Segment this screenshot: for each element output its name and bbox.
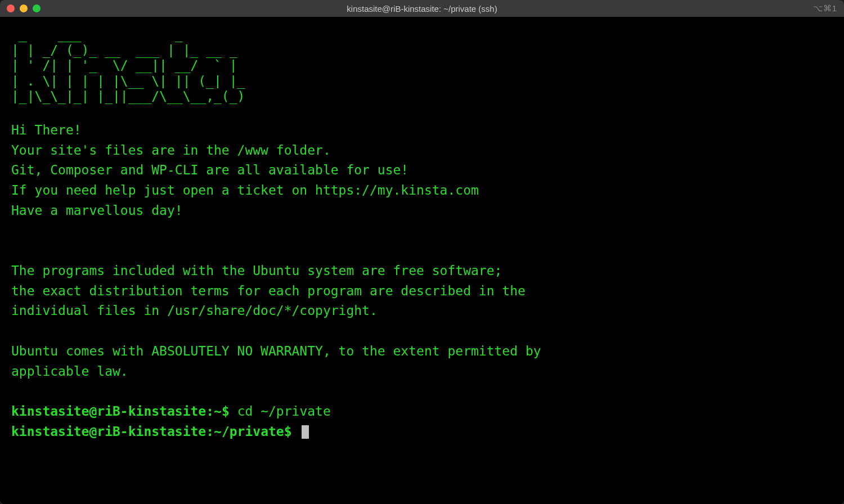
motd-line: Your site's files are in the /www folder… bbox=[11, 141, 833, 161]
prompt-path: ~/private bbox=[214, 424, 284, 439]
motd-line: Git, Composer and WP-CLI are all availab… bbox=[11, 160, 833, 181]
prompt-sigil: $ bbox=[222, 404, 230, 418]
blank-line bbox=[11, 381, 833, 402]
shortcut-hint: ⌥⌘1 bbox=[813, 3, 837, 14]
titlebar: kinstasite@riB-kinstasite: ~/private (ss… bbox=[0, 0, 844, 17]
prompt-user-host: kinstasite@riB-kinstasite bbox=[11, 404, 206, 418]
prompt-path: ~ bbox=[214, 404, 222, 418]
legal-line: the exact distribution terms for each pr… bbox=[11, 281, 833, 302]
warranty-line: applicable law. bbox=[11, 362, 833, 382]
prompt-line: kinstasite@riB-kinstasite:~/private$ bbox=[11, 422, 833, 442]
legal-line: The programs included with the Ubuntu sy… bbox=[11, 261, 833, 281]
legal-line: individual files in /usr/share/doc/*/cop… bbox=[11, 301, 833, 321]
cursor-block bbox=[302, 425, 309, 439]
motd-line: Have a marvellous day! bbox=[11, 201, 833, 221]
prompt-separator: : bbox=[206, 404, 214, 418]
prompt-line: kinstasite@riB-kinstasite:~$ cd ~/privat… bbox=[11, 402, 833, 422]
prompt-sigil: $ bbox=[284, 424, 292, 439]
minimize-button[interactable] bbox=[20, 4, 28, 12]
blank-line bbox=[11, 321, 833, 341]
ascii-art-banner: _ ___ _ | | _/ (_)_ __ ___ | |_ __ _ | '… bbox=[11, 27, 833, 105]
traffic-lights bbox=[7, 4, 41, 12]
command-text: cd ~/private bbox=[237, 404, 331, 418]
prompt-separator: : bbox=[206, 424, 214, 439]
blank-line bbox=[11, 220, 833, 241]
window-title: kinstasite@riB-kinstasite: ~/private (ss… bbox=[347, 4, 497, 14]
close-button[interactable] bbox=[7, 4, 15, 12]
terminal-window: kinstasite@riB-kinstasite: ~/private (ss… bbox=[0, 0, 844, 504]
motd-line: If you need help just open a ticket on h… bbox=[11, 181, 833, 201]
motd-line: Hi There! bbox=[11, 120, 833, 141]
blank-line bbox=[11, 241, 833, 261]
maximize-button[interactable] bbox=[33, 4, 41, 12]
prompt-user-host: kinstasite@riB-kinstasite bbox=[11, 424, 206, 439]
warranty-line: Ubuntu comes with ABSOLUTELY NO WARRANTY… bbox=[11, 341, 833, 362]
terminal-body[interactable]: _ ___ _ | | _/ (_)_ __ ___ | |_ __ _ | '… bbox=[0, 17, 844, 504]
